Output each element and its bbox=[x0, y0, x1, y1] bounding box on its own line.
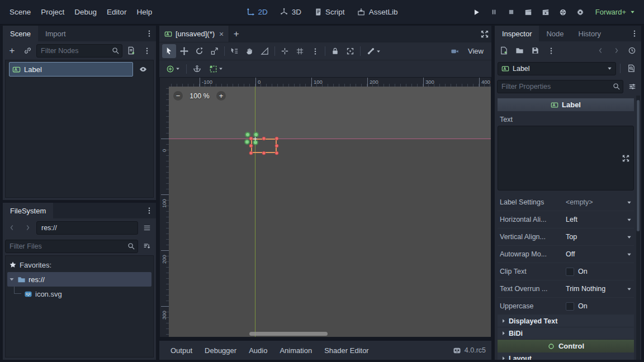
list-select-button[interactable] bbox=[228, 44, 242, 58]
zoom-in-button[interactable]: + bbox=[216, 91, 226, 101]
bottom-panel-debugger[interactable]: Debugger bbox=[199, 346, 242, 355]
pause-button[interactable] bbox=[486, 4, 502, 20]
zoom-level[interactable]: 100 % bbox=[188, 92, 211, 100]
instance-scene-button[interactable] bbox=[21, 44, 35, 58]
filter-files-input[interactable] bbox=[5, 240, 138, 253]
bottom-panel-animation[interactable]: Animation bbox=[274, 346, 318, 355]
resize-handle[interactable] bbox=[275, 151, 279, 155]
path-input[interactable] bbox=[36, 221, 138, 235]
bottom-panel-shader-editor[interactable]: Shader Editor bbox=[319, 346, 375, 355]
renderer-select[interactable]: Forward+ bbox=[590, 8, 640, 16]
menu-debug[interactable]: Debug bbox=[69, 5, 102, 19]
text-property-editor[interactable] bbox=[498, 126, 634, 190]
view-menu-button[interactable]: View bbox=[463, 44, 489, 59]
rotate-tool-button[interactable] bbox=[192, 44, 206, 58]
viewport-canvas[interactable]: -100 0 100 200 300 400 0 100 200 300 bbox=[159, 77, 491, 337]
horizontal-scrollbar[interactable] bbox=[249, 332, 328, 336]
vertical-alignment-dropdown[interactable]: Top bbox=[566, 233, 632, 241]
edit-back-button[interactable] bbox=[594, 44, 608, 58]
workspace-script[interactable]: Script bbox=[308, 5, 351, 19]
skeleton-options-button[interactable] bbox=[363, 44, 383, 58]
menu-editor[interactable]: Editor bbox=[102, 5, 131, 19]
new-scene-tab-button[interactable]: + bbox=[229, 27, 243, 41]
movie-maker-button[interactable] bbox=[555, 4, 571, 20]
move-tool-button[interactable] bbox=[177, 44, 191, 58]
tab-history[interactable]: History bbox=[571, 26, 608, 41]
menu-help[interactable]: Help bbox=[131, 5, 157, 19]
distraction-free-button[interactable] bbox=[477, 27, 491, 41]
nav-back-button[interactable] bbox=[5, 221, 19, 235]
select-tool-button[interactable] bbox=[162, 44, 176, 58]
workspace-3d[interactable]: 3D bbox=[274, 5, 307, 19]
bottom-panel-output[interactable]: Output bbox=[165, 346, 198, 355]
insert-key-button[interactable] bbox=[163, 62, 183, 76]
resize-handle[interactable] bbox=[275, 137, 279, 141]
group-displayed-text[interactable]: Displayed Text bbox=[498, 315, 634, 327]
tree-expand-icon[interactable] bbox=[9, 277, 15, 282]
filesystem-menu-button[interactable] bbox=[142, 204, 156, 218]
workspace-assetlib[interactable]: AssetLib bbox=[352, 5, 404, 19]
ruler-tool-button[interactable] bbox=[258, 44, 272, 58]
renderer-settings-button[interactable] bbox=[572, 4, 589, 20]
close-tab-icon[interactable]: × bbox=[219, 30, 224, 39]
inspector-menu-button[interactable] bbox=[627, 27, 641, 41]
attach-script-button[interactable] bbox=[124, 44, 138, 58]
camera-override-button[interactable] bbox=[448, 44, 462, 58]
resize-handle[interactable] bbox=[262, 151, 266, 155]
smart-snap-button[interactable] bbox=[278, 44, 292, 58]
group-bidi[interactable]: BiDi bbox=[498, 327, 634, 340]
new-resource-button[interactable] bbox=[497, 44, 511, 58]
sort-files-button[interactable] bbox=[140, 239, 154, 253]
grid-snap-button[interactable] bbox=[293, 44, 307, 58]
scene-tab-unsaved[interactable]: [unsaved](*) × bbox=[159, 26, 229, 42]
group-layout[interactable]: Layout bbox=[498, 353, 634, 360]
zoom-out-button[interactable]: − bbox=[173, 91, 183, 101]
pan-tool-button[interactable] bbox=[243, 44, 257, 58]
tab-node[interactable]: Node bbox=[539, 26, 571, 41]
anchor-mode-button[interactable] bbox=[190, 62, 204, 76]
tab-scene[interactable]: Scene bbox=[3, 26, 38, 41]
version-info[interactable]: 4.0.rc5 bbox=[453, 346, 486, 355]
play-custom-scene-button[interactable] bbox=[538, 4, 554, 20]
clip-text-checkbox[interactable] bbox=[566, 268, 574, 276]
favorites-row[interactable]: Favorites: bbox=[7, 258, 151, 272]
visibility-toggle[interactable] bbox=[136, 63, 150, 77]
workspace-2d[interactable]: 2D bbox=[241, 5, 273, 19]
filter-nodes-input[interactable] bbox=[36, 44, 122, 58]
scene-dock-menu-button[interactable] bbox=[142, 27, 156, 41]
tab-inspector[interactable]: Inspector bbox=[495, 26, 539, 41]
anchor-preset-button[interactable] bbox=[206, 62, 226, 76]
file-row-icon-svg[interactable]: icon.svg bbox=[7, 287, 151, 301]
group-selected-button[interactable] bbox=[343, 44, 357, 58]
add-node-button[interactable]: + bbox=[5, 44, 19, 58]
resize-handle[interactable] bbox=[275, 144, 279, 148]
tab-import[interactable]: Import bbox=[38, 26, 73, 41]
label-settings-dropdown[interactable]: <empty> bbox=[566, 198, 632, 206]
resize-handle[interactable] bbox=[262, 137, 266, 141]
resize-handle[interactable] bbox=[249, 151, 253, 155]
canvas-content[interactable]: − 100 % + bbox=[169, 87, 491, 337]
menu-project[interactable]: Project bbox=[36, 5, 69, 19]
scene-tree-menu-button[interactable] bbox=[140, 44, 154, 58]
filter-properties-input[interactable] bbox=[497, 80, 623, 93]
menu-scene[interactable]: Scene bbox=[4, 5, 36, 19]
bottom-panel-audio[interactable]: Audio bbox=[243, 346, 273, 355]
scene-node-label[interactable]: Label bbox=[9, 62, 133, 77]
nav-forward-button[interactable] bbox=[21, 221, 35, 235]
resource-menu-button[interactable] bbox=[544, 44, 558, 58]
text-overrun-dropdown[interactable]: Trim Nothing bbox=[566, 285, 632, 293]
anchor-handle[interactable] bbox=[244, 139, 250, 145]
autowrap-mode-dropdown[interactable]: Off bbox=[566, 250, 632, 258]
folder-row-res[interactable]: res:// bbox=[7, 272, 151, 287]
object-history-button[interactable] bbox=[625, 44, 639, 58]
save-resource-button[interactable] bbox=[528, 44, 542, 58]
play-button[interactable] bbox=[468, 4, 485, 20]
play-scene-button[interactable] bbox=[520, 4, 537, 20]
resize-handle[interactable] bbox=[249, 137, 253, 141]
snap-options-button[interactable] bbox=[308, 44, 322, 58]
display-mode-button[interactable] bbox=[140, 221, 154, 235]
load-resource-button[interactable] bbox=[513, 44, 527, 58]
open-docs-button[interactable] bbox=[624, 61, 638, 75]
tab-filesystem[interactable]: FileSystem bbox=[3, 203, 53, 218]
resize-handle[interactable] bbox=[249, 144, 253, 148]
